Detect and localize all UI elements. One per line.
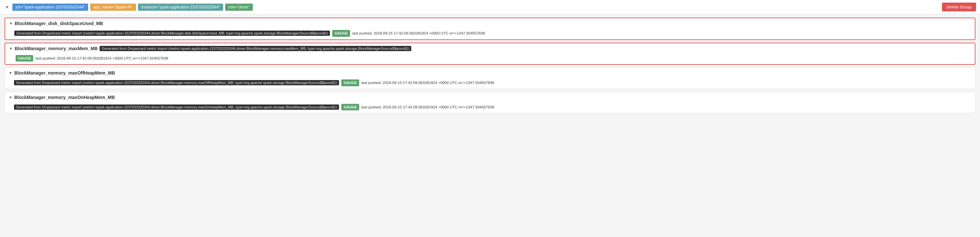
metric-description-3: Generated from Dropwizard metric import … [14,80,339,85]
collapse-button[interactable]: ▼ [4,4,10,10]
top-bar-left: ▼ job="spark-application-1537033320344" … [4,3,939,11]
last-pushed-1: last pushed: 2018-09-15 17:42:09.0632819… [352,31,485,35]
metric-header-2[interactable]: ▼ BlockManager_memory_maxMem_MB Generate… [5,43,975,54]
last-pushed-4: last pushed: 2018-09-15 17:42:09.0632819… [361,105,494,109]
content-area: ▼ BlockManager_disk_diskSpaceUsed_MB Gen… [0,14,980,116]
last-pushed-2: last pushed: 2018-09-15 17:42:09.0632819… [36,56,169,60]
gauge-badge-3: GAUGE [341,80,359,86]
metric-header-3[interactable]: ▼ BlockManager_memory_maxOffHeapMem_MB [5,68,975,78]
job-tag[interactable]: job="spark-application-1537033320344" [12,3,88,11]
metric-group-1: ▼ BlockManager_disk_diskSpaceUsed_MB Gen… [5,17,975,40]
instance-tag[interactable]: instance="spark-application-153703332034… [138,3,223,11]
last-pushed-3: last pushed: 2018-09-15 17:42:09.0632819… [361,81,494,84]
chevron-icon-4: ▼ [9,95,12,99]
chevron-icon-1: ▼ [9,21,13,25]
gauge-badge-4: GAUGE [341,104,359,111]
chevron-icon-3: ▼ [9,71,12,75]
metric-body-2: GAUGE last pushed: 2018-09-15 17:42:09.0… [5,54,975,64]
metric-group-3: ▼ BlockManager_memory_maxOffHeapMem_MB G… [5,67,975,89]
top-bar: ▼ job="spark-application-1537033320344" … [0,0,980,14]
role-tag[interactable]: role="driver" [225,3,253,11]
delete-group-button[interactable]: Delete Group [942,3,976,11]
metric-group-2: ▼ BlockManager_memory_maxMem_MB Generate… [5,43,975,65]
metric-header-1[interactable]: ▼ BlockManager_disk_diskSpaceUsed_MB [5,18,975,29]
metric-group-4: ▼ BlockManager_memory_maxOnHeapMem_MB Ge… [5,92,975,114]
metric-body-4: Generated from Dropwizard metric import … [5,103,975,113]
metric-header-4[interactable]: ▼ BlockManager_memory_maxOnHeapMem_MB [5,92,975,103]
metric-description-4: Generated from Dropwizard metric import … [14,105,339,110]
chevron-icon-2: ▼ [9,46,13,51]
metric-name-1: BlockManager_disk_diskSpaceUsed_MB [14,21,103,26]
gauge-badge-2: GAUGE [16,55,33,62]
metric-body-3: Generated from Dropwizard metric import … [5,78,975,89]
chevron-down-icon: ▼ [5,5,9,10]
metric-description-1: Generated from Dropwizard metric import … [14,30,330,36]
metric-name-2: BlockManager_memory_maxMem_MB [14,46,98,51]
metric-body-1: Generated from Dropwizard metric import … [5,29,975,40]
app-name-tag[interactable]: app_name="Spark+Pi" [90,3,136,11]
metric-name-3: BlockManager_memory_maxOffHeapMem_MB [14,70,115,76]
metric-name-4: BlockManager_memory_maxOnHeapMem_MB [14,95,115,100]
metric-description-inline-2: Generated from Dropwizard metric import … [100,46,411,51]
gauge-badge-1: GAUGE [332,30,350,37]
